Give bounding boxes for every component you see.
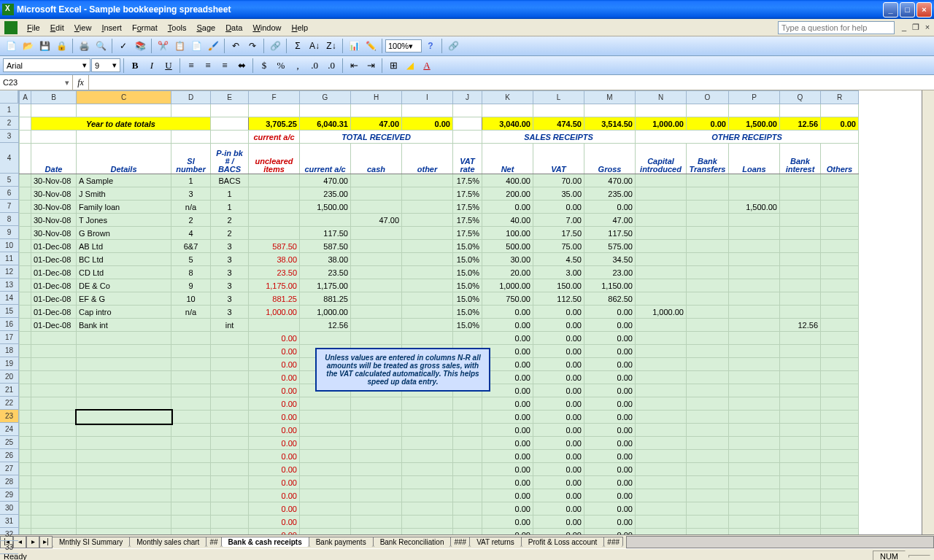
- drawing-button[interactable]: ✏️: [363, 38, 379, 54]
- help-search-input[interactable]: [778, 21, 895, 34]
- decrease-indent-button[interactable]: ⇤: [346, 58, 362, 74]
- comma-button[interactable]: ,: [290, 58, 306, 74]
- font-name-selector[interactable]: Arial▾: [3, 58, 90, 72]
- sheet-tab[interactable]: VAT returns: [469, 537, 522, 547]
- menu-view[interactable]: View: [69, 22, 97, 34]
- row-header[interactable]: 10: [0, 239, 18, 252]
- tab-next-button[interactable]: ▸: [26, 536, 39, 548]
- row-header[interactable]: 7: [0, 200, 18, 213]
- row-header[interactable]: 31: [0, 515, 18, 528]
- column-header[interactable]: B: [31, 91, 77, 104]
- spelling-button[interactable]: ✓: [115, 38, 131, 54]
- menu-tools[interactable]: Tools: [163, 22, 192, 34]
- currency-button[interactable]: $: [256, 58, 272, 74]
- font-size-selector[interactable]: 9▾: [91, 58, 120, 72]
- sheet-tab[interactable]: ###: [603, 537, 623, 547]
- row-header[interactable]: 9: [0, 226, 18, 239]
- column-header[interactable]: H: [351, 91, 402, 104]
- menu-edit[interactable]: Edit: [45, 22, 69, 34]
- column-header[interactable]: F: [249, 91, 300, 104]
- column-header[interactable]: E: [211, 91, 249, 104]
- increase-indent-button[interactable]: ⇥: [363, 58, 379, 74]
- underline-button[interactable]: U: [161, 58, 177, 74]
- menu-help[interactable]: Help: [287, 22, 314, 34]
- sheet-tab[interactable]: Bank & cash receipts: [221, 537, 309, 547]
- menu-sage[interactable]: Sage: [191, 22, 220, 34]
- column-header[interactable]: C: [77, 91, 171, 104]
- row-header[interactable]: 2: [0, 117, 18, 130]
- italic-button[interactable]: I: [144, 58, 160, 74]
- chart-button[interactable]: 📊: [346, 38, 362, 54]
- open-button[interactable]: 📂: [20, 38, 36, 54]
- sage-link-button[interactable]: 🔗: [445, 38, 461, 54]
- row-header[interactable]: 24: [0, 423, 18, 436]
- row-header[interactable]: 12: [0, 265, 18, 279]
- merge-center-button[interactable]: ⬌: [234, 58, 250, 74]
- paste-button[interactable]: 📄: [188, 38, 204, 54]
- new-button[interactable]: 📄: [3, 38, 19, 54]
- copy-button[interactable]: 📋: [171, 38, 188, 54]
- row-header[interactable]: 19: [0, 357, 18, 370]
- column-header[interactable]: D: [171, 91, 211, 104]
- save-button[interactable]: 💾: [36, 38, 53, 54]
- spreadsheet-grid[interactable]: 1 2 3 4 56789101112131415161718192021222…: [0, 90, 934, 534]
- preview-button[interactable]: 🔍: [93, 38, 109, 54]
- doc-minimize-button[interactable]: _: [899, 23, 909, 33]
- fill-color-button[interactable]: ◢: [402, 58, 418, 74]
- fx-icon[interactable]: fx: [73, 75, 89, 90]
- row-header[interactable]: 13: [0, 279, 18, 292]
- column-header[interactable]: M: [584, 91, 636, 104]
- minimize-button[interactable]: _: [883, 2, 898, 18]
- help-button[interactable]: ?: [422, 38, 439, 54]
- zoom-selector[interactable]: 100% ▾: [385, 39, 422, 52]
- sheet-tab[interactable]: ##: [206, 537, 221, 547]
- research-button[interactable]: 📚: [132, 38, 148, 54]
- sheet-tab[interactable]: Bank Reconciliation: [373, 537, 452, 547]
- close-button[interactable]: ×: [916, 2, 932, 18]
- app-icon-small[interactable]: [4, 21, 18, 34]
- column-header[interactable]: I: [402, 91, 453, 104]
- row-header[interactable]: 1: [0, 104, 18, 117]
- sheet-tab[interactable]: Profit & Loss account: [521, 537, 605, 547]
- row-header[interactable]: 20: [0, 370, 18, 384]
- redo-button[interactable]: ↷: [244, 38, 260, 54]
- row-header[interactable]: 8: [0, 213, 18, 226]
- format-painter-button[interactable]: 🖌️: [205, 38, 221, 54]
- hyperlink-button[interactable]: 🔗: [267, 38, 283, 54]
- column-header[interactable]: O: [687, 91, 729, 104]
- menu-window[interactable]: Window: [247, 22, 286, 34]
- cut-button[interactable]: ✂️: [155, 38, 171, 54]
- sheet-tab[interactable]: Monthly sales chart: [129, 537, 207, 547]
- sheet-tab[interactable]: ###: [450, 537, 470, 547]
- row-header[interactable]: 23: [0, 410, 18, 423]
- sort-asc-button[interactable]: A↓: [306, 38, 323, 54]
- column-header[interactable]: G: [300, 91, 351, 104]
- doc-close-button[interactable]: ×: [922, 23, 933, 33]
- column-header[interactable]: P: [729, 91, 780, 104]
- column-header[interactable]: N: [636, 91, 687, 104]
- row-header[interactable]: 26: [0, 449, 18, 462]
- row-header[interactable]: 25: [0, 436, 18, 449]
- row-header[interactable]: 27: [0, 462, 18, 475]
- increase-decimal-button[interactable]: .0: [306, 58, 323, 74]
- column-header[interactable]: A: [20, 91, 31, 104]
- align-left-button[interactable]: ≡: [183, 58, 199, 74]
- menu-data[interactable]: Data: [220, 22, 247, 34]
- bold-button[interactable]: B: [127, 58, 143, 74]
- row-header[interactable]: 15: [0, 305, 18, 318]
- tab-last-button[interactable]: ▸|: [39, 536, 53, 548]
- row-header[interactable]: 14: [0, 292, 18, 305]
- row-header[interactable]: 5: [0, 174, 18, 187]
- row-header[interactable]: 28: [0, 475, 18, 489]
- row-header[interactable]: 22: [0, 397, 18, 410]
- row-header[interactable]: 6: [0, 187, 18, 200]
- row-header[interactable]: 16: [0, 318, 18, 331]
- percent-button[interactable]: %: [273, 58, 289, 74]
- name-box[interactable]: C23▾: [0, 75, 73, 90]
- doc-restore-button[interactable]: ❐: [911, 23, 921, 33]
- menu-format[interactable]: Format: [127, 22, 163, 34]
- column-header[interactable]: K: [482, 91, 533, 104]
- row-header[interactable]: 11: [0, 252, 18, 265]
- sheet-tab[interactable]: Bank payments: [309, 537, 374, 547]
- row-header[interactable]: 21: [0, 384, 18, 397]
